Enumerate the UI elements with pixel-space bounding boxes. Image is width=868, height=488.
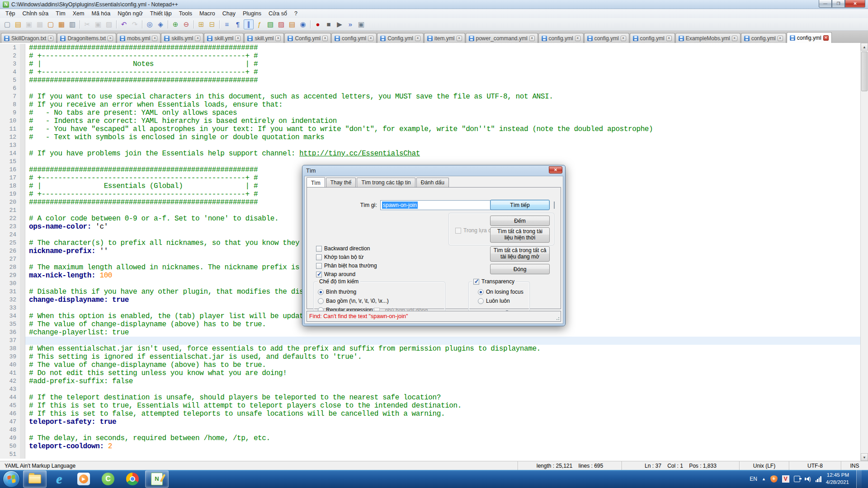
word-wrap-button[interactable]: ≡ (222, 19, 232, 29)
close-dialog-button[interactable]: Đóng (490, 264, 550, 274)
tab-close-icon[interactable]: ✕ (152, 36, 157, 41)
taskbar-windows-media-player[interactable]: ▶ (72, 470, 95, 488)
tab-5-skill.yml[interactable]: skill.yml✕ (244, 33, 284, 43)
taskbar-chrome-browser[interactable] (121, 470, 144, 488)
find-all-current-button[interactable]: Tìm tất cả trong tài liệu hiện thời (490, 227, 550, 243)
save-macro-button[interactable]: ▣ (356, 19, 366, 29)
menu-item-9[interactable]: Chạy (219, 9, 239, 18)
function-list-button[interactable]: ƒ (255, 19, 264, 29)
tab-9-item.yml[interactable]: item.yml✕ (424, 33, 465, 43)
tab-close-icon[interactable]: ✕ (457, 36, 462, 41)
tab-close-icon[interactable]: ✕ (195, 36, 200, 41)
tab-3-skills.yml[interactable]: skills.yml✕ (161, 33, 203, 43)
taskbar-coccoc-browser[interactable]: C (96, 470, 120, 488)
search-mode-option-1[interactable]: Bao gồm (\n, \r, \t, \0, \x...) (318, 298, 389, 304)
show-desktop-button[interactable] (856, 470, 862, 488)
show-indent-guide-button[interactable]: ∥ (244, 19, 254, 29)
find-all-open-button[interactable]: Tìm tất cả trong tất cả tài liệu đang mở (490, 246, 550, 262)
tab-8-Config.yml[interactable]: Config.yml✕ (377, 33, 424, 43)
tab-close-icon[interactable]: ✕ (322, 36, 328, 41)
action-center-icon[interactable]: + (770, 475, 778, 483)
zoom-out-button[interactable]: ⊖ (181, 19, 191, 29)
find-dialog-tab-0[interactable]: Tìm (307, 177, 325, 188)
tab-0-SkillDragon.txt[interactable]: SkillDragon.txt✕ (1, 33, 57, 43)
find-dialog-title-bar[interactable]: Tìm (302, 165, 565, 176)
minimize-button[interactable]: — (819, 0, 832, 8)
replace-button[interactable]: ◈ (156, 19, 165, 29)
open-folder-button[interactable]: ▤ (13, 19, 23, 29)
language-indicator[interactable]: EN (750, 476, 757, 482)
vertical-scrollbar[interactable]: ▲ ▼ (860, 43, 868, 461)
tab-close-icon[interactable]: ✕ (529, 36, 535, 41)
transparency-option-1[interactable]: Luôn luôn (478, 298, 510, 304)
print-button[interactable]: ▥ (67, 19, 77, 29)
safely-remove-hardware-icon[interactable] (794, 476, 800, 482)
network-icon[interactable] (816, 476, 821, 482)
menu-item-4[interactable]: Mã hóa (88, 9, 114, 18)
file-monitoring-button[interactable]: ◉ (298, 19, 308, 29)
find-dialog-close-icon[interactable]: ✕ (549, 166, 562, 174)
find-option-1[interactable]: Khớp toàn bộ từ (316, 254, 363, 260)
scroll-down-arrow[interactable]: ▼ (861, 453, 868, 461)
tab-close-icon[interactable]: ✕ (823, 35, 829, 41)
title-bar[interactable]: N C:\Windows\addins\SkyOp\plugins\Essent… (0, 0, 868, 9)
scrollbar-thumb[interactable] (861, 52, 868, 91)
zoom-in-button[interactable]: ⊕ (170, 19, 180, 29)
run-macro-multiple-times-button[interactable]: » (345, 19, 355, 29)
scroll-up-arrow[interactable]: ▲ (861, 43, 868, 51)
transparency-option-0[interactable]: On losing focus (478, 289, 524, 295)
volume-icon[interactable]: ) (805, 476, 811, 482)
tab-11-config.yml[interactable]: config.yml✕ (538, 33, 584, 43)
menu-item-10[interactable]: Plugins (239, 9, 265, 18)
tab-close-icon[interactable]: ✕ (621, 36, 626, 41)
status-insert-mode[interactable]: INS (841, 461, 868, 470)
menu-item-5[interactable]: Ngôn ngữ (114, 9, 146, 18)
tab-6-Config.yml[interactable]: Config.yml✕ (284, 33, 331, 43)
menu-item-8[interactable]: Macro (196, 9, 219, 18)
tab-close-icon[interactable]: ✕ (275, 36, 281, 41)
document-switcher-button[interactable]: ▨ (276, 19, 286, 29)
play-macro-button[interactable]: ▶ (335, 19, 344, 29)
find-dialog-tab-2[interactable]: Tìm trong các tập tin (357, 178, 415, 188)
close-document-button[interactable]: ▢ (46, 19, 56, 29)
tab-2-mobs.yml[interactable]: mobs.yml✕ (117, 33, 160, 43)
tab-10-power_command.yml[interactable]: power_command.yml✕ (466, 33, 538, 43)
find-option-0[interactable]: Backward direction (316, 245, 370, 252)
tab-4-skill.yml[interactable]: skill.yml✕ (204, 33, 244, 43)
tab-close-icon[interactable]: ✕ (415, 36, 420, 41)
folder-as-workspace-button[interactable]: ▤ (287, 19, 297, 29)
menu-item-12[interactable]: ? (291, 9, 301, 18)
resize-grip[interactable] (555, 316, 560, 320)
menu-item-11[interactable]: Cửa sổ (265, 9, 291, 18)
taskbar-internet-explorer[interactable]: e (47, 470, 71, 488)
menu-item-3[interactable]: Xem (69, 9, 88, 18)
close-all-documents-button[interactable]: ▦ (57, 19, 66, 29)
count-button[interactable]: Đếm (490, 216, 550, 226)
taskbar-notepad-plus-plus[interactable]: N (145, 470, 169, 488)
find-what-combobox[interactable]: spawn-on-join ▼ (380, 200, 499, 210)
tab-14-ExampleMobs.yml[interactable]: ExampleMobs.yml✕ (675, 33, 741, 43)
show-hidden-icons-arrow[interactable]: ▲ (762, 477, 766, 481)
tab-close-icon[interactable]: ✕ (575, 36, 580, 41)
show-all-characters-button[interactable]: ¶ (233, 19, 243, 29)
antivirus-icon[interactable]: V (782, 475, 789, 483)
taskbar-windows-explorer[interactable] (23, 470, 47, 488)
status-encoding[interactable]: UTF-8 (789, 461, 841, 470)
find-next-button[interactable]: Tìm tiếp (490, 200, 550, 210)
tab-13-config.yml[interactable]: config.yml✕ (630, 33, 675, 43)
tab-close-icon[interactable]: ✕ (666, 36, 672, 41)
tab-12-config.yml[interactable]: config.yml✕ (584, 33, 629, 43)
transparency-checkbox[interactable]: Transparency (472, 278, 516, 285)
tab-close-icon[interactable]: ✕ (235, 36, 241, 41)
tab-7-config.yml[interactable]: config.yml✕ (331, 33, 377, 43)
new-file-button[interactable]: ▢ (2, 19, 12, 29)
find-dialog-tab-1[interactable]: Thay thế (326, 178, 356, 188)
sync-scroll-horizontal-button[interactable]: ⊟ (207, 19, 217, 29)
tab-close-icon[interactable]: ✕ (108, 36, 113, 41)
menu-item-6[interactable]: Thiết lập (146, 9, 175, 18)
taskbar-start-button[interactable] (3, 470, 20, 488)
menu-item-7[interactable]: Tools (175, 9, 196, 18)
tab-close-icon[interactable]: ✕ (48, 36, 53, 41)
tab-close-icon[interactable]: ✕ (778, 36, 783, 41)
tab-close-icon[interactable]: ✕ (368, 36, 373, 41)
